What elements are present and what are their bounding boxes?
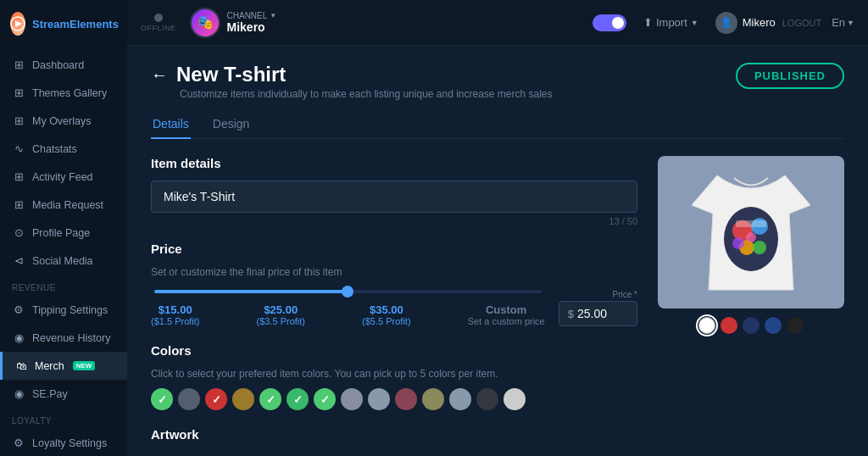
sidebar-item-label: Social Media — [32, 255, 93, 267]
preview-color-blue[interactable] — [765, 317, 782, 334]
user-name: Mikero — [743, 16, 776, 29]
price-option-15[interactable]: $15.00 ($1.5 Profit) — [151, 303, 199, 326]
sidebar-item-social-media[interactable]: ⊲ Social Media — [0, 247, 127, 275]
price-profit: ($1.5 Profit) — [151, 316, 199, 326]
revenue-section-title: Revenue — [0, 275, 127, 296]
color-swatches-row1 — [151, 388, 637, 410]
color-swatch-5[interactable] — [287, 388, 309, 410]
price-slider[interactable] — [151, 290, 545, 293]
sidebar-item-label: Profile Page — [32, 227, 90, 239]
sidebar-item-label: Loyalty Settings — [32, 437, 107, 449]
sidebar-item-loyalty-settings[interactable]: ⚙ Loyalty Settings — [0, 429, 127, 456]
import-icon: ⬆ — [643, 16, 653, 29]
topbar-toggle[interactable] — [593, 14, 626, 31]
social-icon: ⊲ — [12, 254, 25, 267]
color-swatch-1[interactable] — [178, 388, 200, 410]
sidebar-item-chatstats[interactable]: ∿ Chatstats — [0, 135, 127, 163]
offline-label: OFFLINE — [141, 24, 176, 32]
loyalty-section-title: Loyalty — [0, 408, 127, 429]
color-swatch-0[interactable] — [151, 388, 173, 410]
color-swatch-13[interactable] — [504, 388, 526, 410]
published-button[interactable]: PUBLISHED — [736, 63, 844, 89]
svg-point-8 — [732, 237, 744, 249]
sidebar-item-my-overlays[interactable]: ⊞ My Overlays — [0, 107, 127, 135]
preview-color-navy[interactable] — [743, 317, 760, 334]
price-profit: ($3.5 Profit) — [257, 316, 305, 326]
channel-avatar: 🎭 — [190, 8, 220, 38]
artwork-section: Artwork — [151, 427, 637, 442]
sidebar-item-merch[interactable]: 🛍 Merch NEW — [0, 352, 127, 380]
price-option-35[interactable]: $35.00 ($5.5 Profit) — [362, 303, 410, 326]
price-options: $15.00 ($1.5 Profit) $25.00 ($3.5 Profit… — [151, 303, 545, 326]
se-pay-icon: ◉ — [12, 387, 25, 400]
preview-color-white[interactable] — [698, 317, 715, 334]
price-input[interactable] — [577, 307, 628, 320]
media-request-icon: ⊞ — [12, 198, 25, 211]
lang-chevron-icon: ▼ — [847, 19, 854, 27]
logo-icon — [10, 12, 25, 36]
price-title: Price — [151, 242, 637, 256]
left-column: Item details 13 / 50 Price Set or custom… — [151, 156, 637, 452]
color-swatch-3[interactable] — [232, 388, 254, 410]
page-header: ← New T-shirt Customize items individual… — [151, 63, 844, 100]
color-swatch-9[interactable] — [395, 388, 417, 410]
slider-thumb[interactable] — [342, 286, 353, 298]
color-swatch-8[interactable] — [368, 388, 390, 410]
sidebar-item-se-pay[interactable]: ◉ SE.Pay — [0, 380, 127, 408]
channel-label-top: CHANNEL ▼ — [227, 11, 277, 20]
sidebar-item-revenue-history[interactable]: ◉ Revenue History — [0, 324, 127, 352]
channel-info: 🎭 CHANNEL ▼ Mikero — [190, 8, 277, 38]
import-chevron-icon: ▼ — [691, 19, 698, 27]
language-selector[interactable]: En ▼ — [832, 16, 854, 29]
price-option-custom[interactable]: Custom Set a custom price — [468, 303, 545, 326]
sidebar-item-label: Merch — [35, 360, 64, 372]
back-button[interactable]: ← — [151, 65, 168, 85]
tab-details[interactable]: Details — [151, 110, 191, 139]
sidebar-item-dashboard[interactable]: ⊞ Dashboard — [0, 51, 127, 79]
two-col-layout: Item details 13 / 50 Price Set or custom… — [151, 156, 844, 452]
price-amount: $25.00 — [264, 303, 298, 316]
sidebar: StreamElements ⊞ Dashboard ⊞ Themes Gall… — [0, 0, 127, 456]
tipping-icon: ⚙ — [12, 303, 25, 316]
right-column — [658, 156, 844, 452]
page-subtitle: Customize items individually to make eac… — [180, 88, 553, 100]
color-swatch-11[interactable] — [449, 388, 471, 410]
offline-status: OFFLINE — [141, 14, 176, 32]
artwork-title: Artwork — [151, 427, 637, 442]
color-swatch-10[interactable] — [422, 388, 444, 410]
logo-text: StreamElements — [32, 18, 119, 31]
sidebar-item-tipping-settings[interactable]: ⚙ Tipping Settings — [0, 296, 127, 324]
sidebar-item-label: Chatstats — [32, 143, 77, 155]
color-swatch-6[interactable] — [314, 388, 336, 410]
logout-button[interactable]: LOGOUT — [782, 18, 821, 28]
currency-symbol: $ — [568, 308, 574, 320]
color-swatch-7[interactable] — [341, 388, 363, 410]
sidebar-item-label: Tipping Settings — [32, 304, 108, 316]
color-swatch-4[interactable] — [259, 388, 281, 410]
loyalty-icon: ⚙ — [12, 437, 25, 449]
content: ← New T-shirt Customize items individual… — [127, 46, 868, 456]
offline-dot — [154, 14, 163, 22]
profile-icon: ⊙ — [12, 226, 25, 239]
sidebar-item-media-request[interactable]: ⊞ Media Request — [0, 191, 127, 219]
colors-subtitle: Click to select your prefered item color… — [151, 368, 637, 380]
import-button[interactable]: ⬆ Import ▼ — [637, 13, 705, 32]
preview-color-black[interactable] — [787, 317, 804, 334]
color-swatch-12[interactable] — [476, 388, 498, 410]
dashboard-icon: ⊞ — [12, 58, 25, 71]
merch-badge: NEW — [73, 361, 96, 370]
item-name-input[interactable] — [151, 181, 637, 213]
sidebar-item-activity-feed[interactable]: ⊞ Activity Feed — [0, 163, 127, 191]
color-swatch-2[interactable] — [205, 388, 227, 410]
sidebar-item-label: Media Request — [32, 199, 103, 211]
price-option-25[interactable]: $25.00 ($3.5 Profit) — [257, 303, 305, 326]
tab-design[interactable]: Design — [211, 110, 252, 139]
char-count: 13 / 50 — [151, 216, 637, 226]
page-title: ← New T-shirt — [151, 63, 553, 86]
sidebar-item-themes-gallery[interactable]: ⊞ Themes Gallery — [0, 79, 127, 107]
sidebar-item-profile-page[interactable]: ⊙ Profile Page — [0, 219, 127, 247]
preview-color-red[interactable] — [721, 317, 737, 334]
revenue-icon: ◉ — [12, 331, 25, 344]
item-details-section: Item details 13 / 50 — [151, 156, 637, 226]
svg-point-6 — [753, 241, 766, 254]
